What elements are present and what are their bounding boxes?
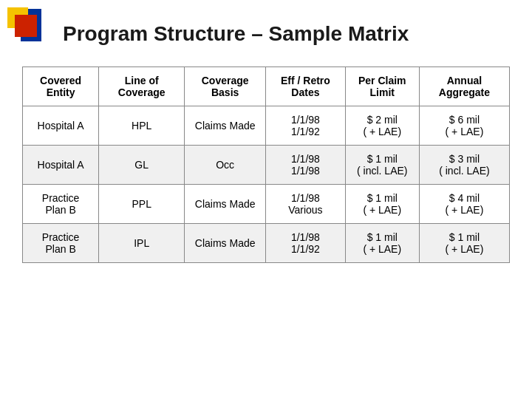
cell-annual-aggregate: $ 4 mil( + LAE) [419,185,509,224]
cell-line-of-coverage: HPL [99,106,185,146]
cell-per-claim-limit: $ 1 mil( incl. LAE) [345,146,419,185]
cell-covered-entity: Hospital A [23,106,99,146]
header-coverage-basis: Coverage Basis [185,67,266,106]
cell-eff-retro-dates: 1/1/98Various [266,185,346,224]
cell-coverage-basis: Occ [185,146,266,185]
decorative-blocks [0,0,44,44]
cell-annual-aggregate: $ 1 mil( + LAE) [419,224,509,263]
cell-line-of-coverage: GL [99,146,185,185]
cell-covered-entity: PracticePlan B [23,185,99,224]
header-covered-entity: Covered Entity [23,67,99,106]
cell-line-of-coverage: PPL [99,185,185,224]
cell-eff-retro-dates: 1/1/981/1/92 [266,224,346,263]
table-row: PracticePlan B PPL Claims Made 1/1/98Var… [23,185,510,224]
cell-per-claim-limit: $ 1 mil( + LAE) [345,185,419,224]
header-row: Covered Entity Line of Coverage Coverage… [23,67,510,106]
header-eff-retro-dates: Eff / Retro Dates [266,67,346,106]
table-body: Hospital A HPL Claims Made 1/1/981/1/92 … [23,106,510,263]
cell-per-claim-limit: $ 2 mil( + LAE) [345,106,419,146]
cell-annual-aggregate: $ 6 mil( + LAE) [419,106,509,146]
cell-per-claim-limit: $ 1 mil( + LAE) [345,224,419,263]
cell-line-of-coverage: IPL [99,224,185,263]
page-container: Program Structure – Sample Matrix Covere… [0,0,532,399]
cell-covered-entity: Hospital A [23,146,99,185]
header-per-claim-limit: Per Claim Limit [345,67,419,106]
page-title: Program Structure – Sample Matrix [63,22,510,46]
cell-coverage-basis: Claims Made [185,224,266,263]
deco-red-block [15,15,37,37]
cell-coverage-basis: Claims Made [185,106,266,146]
program-structure-table: Covered Entity Line of Coverage Coverage… [22,66,510,263]
table-row: Hospital A GL Occ 1/1/981/1/98 $ 1 mil( … [23,146,510,185]
cell-covered-entity: PracticePlan B [23,224,99,263]
table-header: Covered Entity Line of Coverage Coverage… [23,67,510,106]
table-row: PracticePlan B IPL Claims Made 1/1/981/1… [23,224,510,263]
header-annual-aggregate: Annual Aggregate [419,67,509,106]
header-line-of-coverage: Line of Coverage [99,67,185,106]
cell-eff-retro-dates: 1/1/981/1/98 [266,146,346,185]
table-row: Hospital A HPL Claims Made 1/1/981/1/92 … [23,106,510,146]
cell-annual-aggregate: $ 3 mil( incl. LAE) [419,146,509,185]
cell-eff-retro-dates: 1/1/981/1/92 [266,106,346,146]
cell-coverage-basis: Claims Made [185,185,266,224]
